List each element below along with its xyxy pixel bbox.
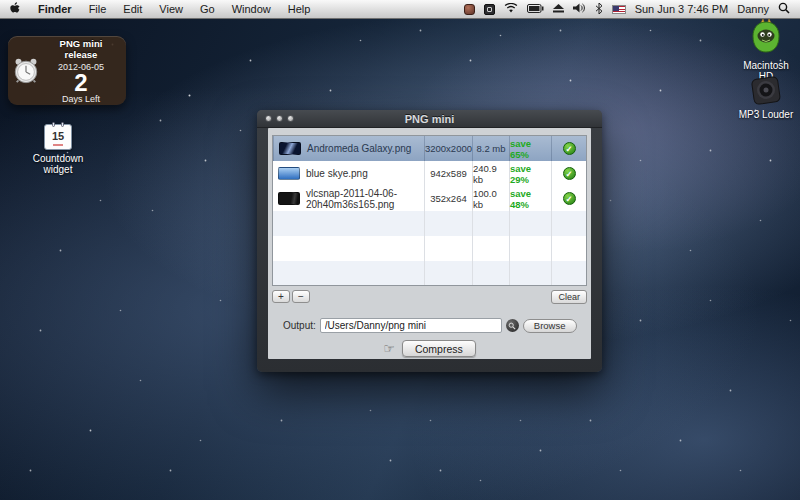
window-titlebar[interactable]: PNG mini — [257, 110, 602, 128]
file-save-percent: save 65% — [509, 136, 551, 161]
volume-icon[interactable] — [573, 3, 586, 15]
apple-menu[interactable] — [10, 2, 21, 17]
file-thumbnail — [279, 142, 301, 155]
battery-icon[interactable] — [527, 3, 544, 15]
output-label: Output: — [283, 320, 316, 331]
file-name: blue skye.png — [306, 168, 368, 179]
file-dimensions: 942x589 — [424, 161, 472, 186]
table-controls: + − Clear — [272, 289, 587, 304]
file-thumbnail — [278, 192, 300, 205]
reveal-path-icon[interactable] — [506, 319, 519, 332]
mp3-louder-label: MP3 Louder — [737, 109, 795, 120]
output-path-field[interactable] — [320, 318, 502, 333]
speaker-hd-icon — [749, 76, 783, 106]
calendar-day: 15 — [45, 130, 71, 142]
eject-icon[interactable] — [553, 3, 564, 15]
check-icon: ✓ — [563, 192, 576, 205]
file-size: 240.9 kb — [472, 161, 509, 186]
file-size: 8.2 mb — [472, 136, 509, 161]
file-name: vlcsnap-2011-04-06-20h40m36s165.png — [306, 188, 424, 210]
file-dimensions: 3200x2000 — [424, 136, 472, 161]
pointing-hand-icon: ☞ — [383, 341, 395, 356]
check-icon: ✓ — [563, 142, 576, 155]
empty-table-row[interactable] — [273, 236, 586, 261]
menu-file[interactable]: File — [89, 3, 107, 15]
remove-file-button[interactable]: − — [292, 290, 310, 303]
compress-button[interactable]: Compress — [402, 340, 476, 357]
window-title: PNG mini — [257, 113, 602, 125]
widget-title: PNG mini release — [44, 38, 118, 60]
alarm-clock-icon — [8, 56, 44, 86]
desktop-icon-macintosh-hd[interactable]: Macintosh HD — [737, 18, 795, 82]
desktop-icon-mp3-louder[interactable]: MP3 Louder — [737, 76, 795, 120]
add-file-button[interactable]: + — [272, 290, 290, 303]
widget-text: PNG mini release 2012-06-05 2 Days Left — [44, 38, 126, 104]
input-language-flag-icon[interactable] — [612, 5, 626, 14]
compress-row: ☞ Compress — [268, 340, 591, 357]
desktop: Finder File Edit View Go Window Help — [0, 0, 800, 500]
countdown-widget[interactable]: PNG mini release 2012-06-05 2 Days Left — [8, 36, 126, 105]
file-save-percent: save 48% — [509, 186, 551, 211]
bluetooth-icon[interactable] — [595, 3, 603, 16]
widget-days-count: 2 — [44, 72, 118, 94]
spotlight-search-icon[interactable] — [778, 2, 790, 16]
check-icon: ✓ — [563, 167, 576, 180]
menu-go[interactable]: Go — [200, 3, 215, 15]
clear-button[interactable]: Clear — [551, 290, 587, 304]
menu-bar-left: Finder File Edit View Go Window Help — [0, 2, 310, 17]
menu-bar-status: Sun Jun 3 7:46 PM Danny — [464, 2, 800, 16]
file-name: Andromeda Galaxy.png — [307, 143, 411, 154]
desktop-icon-countdown-widget[interactable]: 15 Countdown widget — [26, 124, 90, 175]
file-size: 100.0 kb — [472, 186, 509, 211]
menu-clock[interactable]: Sun Jun 3 7:46 PM — [635, 3, 729, 15]
wifi-icon[interactable] — [504, 3, 518, 15]
menu-help[interactable]: Help — [288, 3, 311, 15]
menu-window[interactable]: Window — [232, 3, 271, 15]
file-save-percent: save 29% — [509, 161, 551, 186]
menu-edit[interactable]: Edit — [123, 3, 142, 15]
file-table: Andromeda Galaxy.png 3200x2000 8.2 mb sa… — [272, 135, 587, 286]
table-row[interactable]: vlcsnap-2011-04-06-20h40m36s165.png 352x… — [273, 186, 586, 211]
empty-table-row[interactable] — [273, 261, 586, 286]
table-row[interactable]: blue skye.png 942x589 240.9 kb save 29% … — [273, 161, 586, 186]
window-content: Andromeda Galaxy.png 3200x2000 8.2 mb sa… — [268, 128, 591, 359]
menu-bar: Finder File Edit View Go Window Help — [0, 0, 800, 19]
file-thumbnail — [278, 167, 300, 180]
png-mini-window: PNG mini Andromeda Galaxy.png 3200x2000 … — [257, 110, 602, 372]
browse-button[interactable]: Browse — [523, 319, 577, 333]
empty-table-row[interactable] — [273, 211, 586, 236]
monster-hd-icon — [748, 18, 784, 58]
countdown-icon-label: Countdown widget — [26, 153, 90, 175]
user-menu[interactable]: Danny — [737, 3, 769, 15]
output-row: Output: Browse — [276, 318, 583, 333]
table-row[interactable]: Andromeda Galaxy.png 3200x2000 8.2 mb sa… — [273, 136, 586, 161]
menu-extra-icon[interactable] — [484, 4, 495, 15]
widget-days-label: Days Left — [44, 94, 118, 104]
apple-icon — [10, 2, 21, 15]
menu-app-name[interactable]: Finder — [38, 3, 72, 15]
file-dimensions: 352x264 — [424, 186, 472, 211]
calendar-icon: 15 — [44, 124, 72, 150]
app-status-icon[interactable] — [464, 4, 475, 15]
menu-view[interactable]: View — [159, 3, 183, 15]
